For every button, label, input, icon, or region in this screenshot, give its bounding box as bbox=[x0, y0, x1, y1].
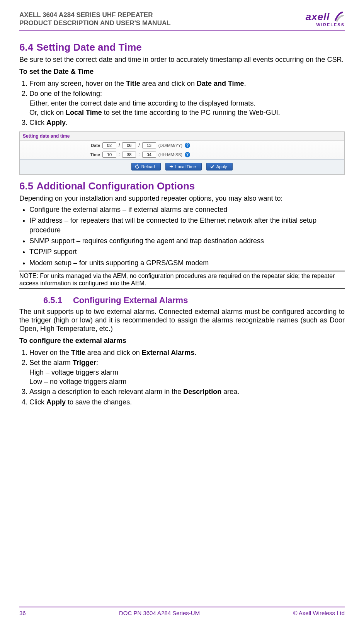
section-number: 6.5.1 bbox=[43, 295, 62, 305]
time-row: Time : : (HH:MM:SS) ? bbox=[20, 150, 344, 159]
section-6-4-steps: From any screen, hover on the Title area… bbox=[19, 79, 345, 127]
section-title: Additional Configuration Options bbox=[36, 180, 195, 192]
apply-button[interactable]: Apply bbox=[206, 163, 233, 170]
datetime-panel: Setting date and time Date / / (DD/MM/YY… bbox=[19, 131, 345, 175]
list-item: Do one of the following: Either, enter t… bbox=[29, 89, 345, 117]
section-6-5-bullets: Configure the external alarms – if exter… bbox=[19, 205, 345, 268]
section-6-4-heading: 6.4Setting Date and Time bbox=[19, 41, 345, 53]
note-box: NOTE: For units managed via the AEM, no … bbox=[19, 271, 345, 289]
section-6-4-intro: Be sure to set the correct date and time… bbox=[19, 56, 345, 64]
copyright: © Axell Wireless Ltd bbox=[293, 610, 345, 616]
section-6-5-1-steps: Hover on the Title area and click on Ext… bbox=[19, 348, 345, 407]
time-label: Time bbox=[23, 152, 100, 157]
list-item: From any screen, hover on the Title area… bbox=[29, 79, 345, 88]
section-6-5-intro: Depending on your installation and suppo… bbox=[19, 194, 345, 203]
section-6-5-heading: 6.5Additional Configuration Options bbox=[19, 180, 345, 192]
list-item: IP address – for repeaters that will be … bbox=[29, 216, 345, 235]
date-format-hint: (DD/MM/YY) bbox=[158, 143, 182, 148]
list-item: Hover on the Title area and click on Ext… bbox=[29, 348, 345, 357]
panel-title: Setting date and time bbox=[20, 132, 344, 141]
reload-button[interactable]: Reload bbox=[131, 163, 161, 170]
doc-title: AXELL 3604 A284 SERIES UHF REPEATER PROD… bbox=[19, 11, 171, 27]
date-row: Date / / (DD/MM/YY) ? bbox=[20, 141, 344, 150]
section-6-5-1-subhead: To configure the external alarms bbox=[19, 337, 345, 345]
page-header: AXELL 3604 A284 SERIES UHF REPEATER PROD… bbox=[19, 11, 345, 27]
page-number: 36 bbox=[19, 610, 26, 616]
arrow-right-icon bbox=[169, 164, 173, 169]
logo-wave-icon bbox=[333, 11, 345, 24]
help-icon[interactable]: ? bbox=[185, 152, 190, 157]
list-item: TCP/IP support bbox=[29, 247, 345, 256]
local-time-button[interactable]: Local Time bbox=[165, 163, 202, 170]
reload-icon bbox=[135, 164, 139, 169]
section-number: 6.4 bbox=[19, 41, 33, 53]
section-6-4-subhead: To set the Date & Time bbox=[19, 68, 345, 76]
doc-number: DOC PN 3604 A284 Series-UM bbox=[119, 610, 200, 616]
section-6-5-1-heading: 6.5.1Configuring External Alarms bbox=[43, 295, 345, 305]
list-item: Click Apply to save the changes. bbox=[29, 397, 345, 407]
date-label: Date bbox=[23, 143, 100, 148]
page-footer: 36 DOC PN 3604 A284 Series-UM © Axell Wi… bbox=[19, 607, 345, 616]
section-title: Configuring External Alarms bbox=[73, 295, 188, 305]
section-6-5-1-intro: The unit supports up to two external ala… bbox=[19, 308, 345, 333]
list-item: Assign a description to each relevant al… bbox=[29, 387, 345, 396]
list-item: Set the alarm Trigger: High – voltage tr… bbox=[29, 358, 345, 386]
time-hh-input[interactable] bbox=[102, 152, 116, 158]
header-divider bbox=[19, 30, 345, 31]
date-dd-input[interactable] bbox=[102, 142, 116, 148]
check-icon bbox=[210, 164, 214, 169]
list-item: Configure the external alarms – if exter… bbox=[29, 205, 345, 214]
section-title: Setting Date and Time bbox=[36, 41, 142, 53]
date-mm-input[interactable] bbox=[122, 142, 136, 148]
doc-title-line1: AXELL 3604 A284 SERIES UHF REPEATER bbox=[19, 11, 153, 19]
time-ss-input[interactable] bbox=[142, 152, 156, 158]
footer-divider bbox=[19, 607, 345, 607]
panel-button-row: Reload Local Time Apply bbox=[20, 159, 344, 174]
date-yy-input[interactable] bbox=[142, 142, 156, 148]
time-mm-input[interactable] bbox=[122, 152, 136, 158]
list-item: Modem setup – for units supporting a GPR… bbox=[29, 258, 345, 268]
doc-title-line2: PRODUCT DESCRIPTION AND USER'S MANUAL bbox=[19, 19, 171, 27]
section-number: 6.5 bbox=[19, 180, 33, 192]
list-item: Click Apply. bbox=[29, 118, 345, 127]
logo-word: axell bbox=[306, 11, 330, 23]
brand-logo: axell WIRELESS bbox=[306, 11, 345, 27]
list-item: SNMP support – requires configuring the … bbox=[29, 236, 345, 246]
help-icon[interactable]: ? bbox=[185, 143, 190, 148]
time-format-hint: (HH:MM:SS) bbox=[158, 152, 182, 157]
logo-sub: WIRELESS bbox=[306, 22, 345, 27]
